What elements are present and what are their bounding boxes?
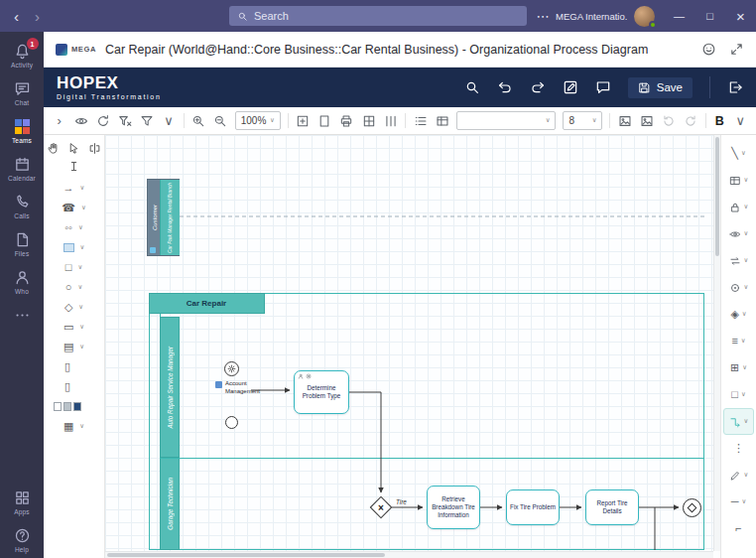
rightbar-item-elbow[interactable]: ∨	[723, 408, 754, 435]
search-icon[interactable]	[464, 79, 480, 95]
cursor-tool[interactable]	[67, 142, 80, 155]
palette-item-grid-square[interactable]: ▦∨	[48, 416, 100, 436]
rail-item-apps[interactable]: Apps	[0, 483, 44, 520]
avatar[interactable]	[634, 6, 655, 27]
chevron-down-button[interactable]: ∨	[161, 112, 176, 130]
palette-item-rect-wide[interactable]: ▭∨	[48, 317, 100, 337]
palette-item-square-blue[interactable]: ∨	[48, 237, 100, 257]
search-box[interactable]	[229, 6, 527, 26]
rightbar-item-lock[interactable]: ∨	[723, 194, 754, 220]
horizontal-scroll-thumb[interactable]	[107, 553, 385, 557]
close-button[interactable]: ×	[725, 0, 756, 32]
palette-item-doc[interactable]: ▯	[48, 356, 100, 376]
grid-button[interactable]	[361, 112, 376, 130]
rightbar-item-square[interactable]: □∨	[723, 381, 754, 408]
ibeam-tool[interactable]	[67, 160, 80, 173]
rail-item-activity[interactable]: 1Activity	[0, 36, 44, 73]
palette-item-arrow-right[interactable]: →∨	[48, 178, 100, 198]
task-determine-problem-type[interactable]: Determine Problem Type	[294, 370, 349, 414]
sign-out-icon[interactable]	[727, 79, 743, 95]
palette-item-square[interactable]: □∨	[48, 257, 100, 277]
vertical-scrollbar[interactable]	[713, 135, 720, 551]
customer-pool[interactable]: Customer Car Park Manager Rental Branch	[147, 179, 180, 256]
rail-item-chat[interactable]: Chat	[0, 73, 44, 111]
funnel-button[interactable]	[139, 112, 154, 130]
chevron-down-button[interactable]: ∨	[733, 112, 748, 130]
zoom-select[interactable]: 100%∨	[235, 111, 281, 130]
pool-title-tab[interactable]: Car Repair	[149, 293, 265, 314]
undo-icon[interactable]	[497, 79, 513, 95]
maximize-button[interactable]: □	[694, 0, 725, 32]
rightbar-item-dots-v[interactable]: ⋮	[723, 435, 754, 462]
minimize-button[interactable]: —	[664, 0, 694, 32]
vertical-scroll-thumb[interactable]	[715, 137, 719, 256]
image-button[interactable]	[640, 112, 655, 130]
back-icon[interactable]: ‹	[14, 8, 19, 25]
account-management-node[interactable]: Account Management	[215, 380, 263, 395]
lane-garage-technician[interactable]: Garage Technician	[160, 458, 180, 550]
palette-item-circle[interactable]: ○∨	[48, 277, 100, 297]
rail-item-help[interactable]: Help	[0, 520, 44, 558]
chevron-right-button[interactable]: ›	[52, 112, 66, 130]
rail-item-calls[interactable]: Calls	[0, 187, 44, 224]
horizontal-scrollbar[interactable]	[105, 551, 713, 558]
feedback-smiley-icon[interactable]	[701, 42, 716, 57]
start-event[interactable]	[225, 416, 238, 429]
rightbar-item-bars[interactable]: ≡∨	[723, 328, 754, 354]
account-name[interactable]: MEGA Internatio...	[556, 11, 627, 22]
palette-item-phone[interactable]: ☎∨	[48, 198, 100, 217]
rightbar-item-swap[interactable]: ∨	[723, 247, 754, 274]
more-options-icon[interactable]: ⋯	[530, 9, 556, 24]
funnel-x-button[interactable]	[117, 112, 132, 130]
shape-style-select[interactable]: ∨	[456, 111, 556, 130]
refresh-button[interactable]	[95, 112, 110, 130]
palette-item-diamond[interactable]: ◇∨	[48, 297, 100, 317]
car-park-manager-lane[interactable]: Car Park Manager Rental Branch	[160, 180, 180, 255]
save-button[interactable]: Save	[628, 77, 693, 98]
rotate-cw-button[interactable]	[684, 112, 698, 130]
rightbar-item-corner[interactable]: ⌐	[723, 515, 754, 542]
rightbar-item-pencil[interactable]: ∨	[723, 462, 754, 488]
table-button[interactable]	[435, 112, 449, 130]
rail-item-files[interactable]: Files	[0, 224, 44, 262]
rightbar-item-line[interactable]: ─∨	[723, 488, 754, 515]
palette-item-hatch-square[interactable]: ▤∨	[48, 337, 100, 356]
palette-item-ellipses[interactable]: ◦◦∨	[48, 217, 100, 237]
rotate-ccw-button[interactable]	[662, 112, 677, 130]
bold-button[interactable]: B	[713, 114, 726, 128]
font-size-select[interactable]: 8∨	[563, 111, 602, 130]
page-button[interactable]	[317, 112, 332, 130]
columns-button[interactable]	[383, 112, 398, 130]
edit-note-icon[interactable]	[563, 79, 578, 95]
rightbar-item-shapes[interactable]: ◈∨	[723, 301, 754, 328]
diagram-canvas[interactable]: Customer Car Park Manager Rental Branch …	[105, 135, 720, 558]
task-fix-tire-problem[interactable]: Fix Tire Problem	[506, 489, 560, 525]
palette-item-doc[interactable]: ▯	[48, 376, 100, 396]
task-retrieve-breakdown-tire-information[interactable]: Retrieve Breakdown Tire Information	[427, 486, 480, 529]
eye-button[interactable]	[73, 112, 88, 130]
rightbar-item-target[interactable]: ∨	[723, 274, 754, 301]
redo-icon[interactable]	[530, 79, 546, 95]
palette-item-pages[interactable]	[48, 396, 100, 416]
forward-icon[interactable]: ›	[35, 8, 40, 25]
zoom-out-button[interactable]	[213, 112, 228, 130]
page-fit-button[interactable]	[296, 112, 311, 130]
rightbar-item-diag[interactable]: ╲∨	[723, 140, 754, 167]
list-button[interactable]	[413, 112, 428, 130]
hand-tool[interactable]	[47, 142, 60, 155]
print-button[interactable]	[339, 112, 354, 130]
rightbar-item-plus-box[interactable]: ⊞∨	[723, 354, 754, 381]
rail-item-teams[interactable]: Teams	[0, 111, 44, 149]
zoom-in-button[interactable]	[191, 112, 206, 130]
compare-tool[interactable]	[88, 142, 101, 155]
image-button[interactable]	[617, 112, 632, 130]
task-report-tire-details[interactable]: Report Tire Details	[585, 489, 639, 525]
rightbar-item-table[interactable]: ∨	[723, 167, 754, 194]
rail-item-more[interactable]	[0, 300, 44, 331]
rightbar-item-eye[interactable]: ∨	[723, 220, 754, 247]
expand-window-icon[interactable]	[729, 42, 744, 57]
end-event[interactable]	[683, 498, 701, 517]
rail-item-calendar[interactable]: Calendar	[0, 149, 44, 187]
rail-item-who[interactable]: Who	[0, 262, 44, 300]
comment-icon[interactable]	[595, 79, 611, 95]
